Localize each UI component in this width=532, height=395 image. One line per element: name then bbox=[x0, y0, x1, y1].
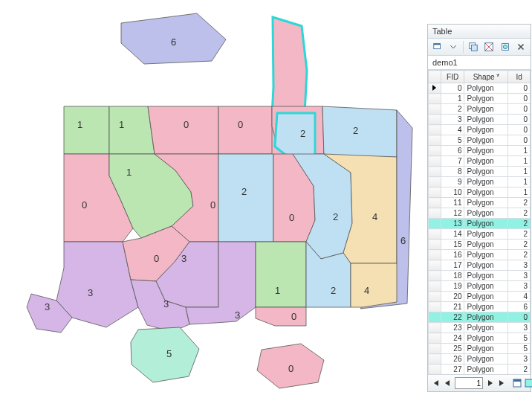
cell-id[interactable]: 0 bbox=[508, 312, 531, 323]
table-row[interactable]: 7Polygon1 bbox=[429, 156, 531, 167]
cell-fid[interactable]: 18 bbox=[441, 271, 464, 281]
cell-fid[interactable]: 21 bbox=[441, 302, 464, 312]
cell-shape[interactable]: Polygon bbox=[464, 167, 508, 177]
row-handle[interactable] bbox=[429, 323, 441, 333]
cell-fid[interactable]: 24 bbox=[441, 333, 464, 344]
table-row[interactable]: 9Polygon1 bbox=[429, 177, 531, 187]
cell-shape[interactable]: Polygon bbox=[464, 229, 508, 240]
cell-shape[interactable]: Polygon bbox=[464, 198, 508, 208]
row-handle[interactable] bbox=[429, 312, 441, 323]
cell-shape[interactable]: Polygon bbox=[464, 177, 508, 187]
cell-shape[interactable]: Polygon bbox=[464, 208, 508, 219]
cell-fid[interactable]: 15 bbox=[441, 240, 464, 250]
cell-id[interactable]: 2 bbox=[508, 208, 531, 219]
cell-fid[interactable]: 22 bbox=[441, 312, 464, 323]
cell-shape[interactable]: Polygon bbox=[464, 94, 508, 104]
row-handle[interactable] bbox=[429, 240, 441, 250]
row-handle[interactable] bbox=[429, 365, 441, 375]
row-handle[interactable] bbox=[429, 115, 441, 125]
cell-id[interactable]: 0 bbox=[508, 125, 531, 135]
cell-id[interactable]: 1 bbox=[508, 146, 531, 156]
cell-shape[interactable]: Polygon bbox=[464, 344, 508, 354]
row-handle[interactable] bbox=[429, 146, 441, 156]
cell-fid[interactable]: 5 bbox=[441, 135, 464, 146]
cell-shape[interactable]: Polygon bbox=[464, 323, 508, 333]
cell-fid[interactable]: 25 bbox=[441, 344, 464, 354]
row-handle[interactable] bbox=[429, 250, 441, 260]
cell-id[interactable]: 3 bbox=[508, 260, 531, 271]
row-handle[interactable] bbox=[429, 198, 441, 208]
cell-shape[interactable]: Polygon bbox=[464, 302, 508, 312]
row-handle[interactable] bbox=[429, 292, 441, 302]
show-all-records-button[interactable] bbox=[513, 378, 522, 388]
select-by-attr-button[interactable] bbox=[466, 39, 481, 54]
row-handle[interactable] bbox=[429, 354, 441, 365]
cell-id[interactable]: 2 bbox=[508, 365, 531, 375]
row-handle[interactable] bbox=[429, 104, 441, 115]
table-row[interactable]: 1Polygon0 bbox=[429, 94, 531, 104]
table-row[interactable]: 5Polygon0 bbox=[429, 135, 531, 146]
cell-shape[interactable]: Polygon bbox=[464, 292, 508, 302]
cell-id[interactable]: 3 bbox=[508, 354, 531, 365]
table-row[interactable]: 3Polygon0 bbox=[429, 115, 531, 125]
row-handle[interactable] bbox=[429, 187, 441, 198]
poly-r2-c4-2[interactable] bbox=[218, 154, 273, 242]
table-row[interactable]: 26Polygon3 bbox=[429, 354, 531, 365]
table-row[interactable]: 6Polygon1 bbox=[429, 146, 531, 156]
row-handle[interactable] bbox=[429, 271, 441, 281]
map-view[interactable]: 6110002201020246303331024350 bbox=[0, 0, 427, 395]
cell-shape[interactable]: Polygon bbox=[464, 219, 508, 229]
table-row[interactable]: 19Polygon3 bbox=[429, 281, 531, 292]
cell-id[interactable]: 1 bbox=[508, 167, 531, 177]
nav-next-button[interactable] bbox=[486, 378, 495, 388]
cell-id[interactable]: 3 bbox=[508, 271, 531, 281]
nav-last-button[interactable] bbox=[498, 378, 507, 388]
row-handle[interactable] bbox=[429, 229, 441, 240]
table-row[interactable]: 11Polygon2 bbox=[429, 198, 531, 208]
row-handle[interactable] bbox=[429, 94, 441, 104]
cell-fid[interactable]: 17 bbox=[441, 260, 464, 271]
poly-r1-c4-0[interactable] bbox=[218, 106, 272, 154]
row-handle[interactable] bbox=[429, 344, 441, 354]
poly-r3-c4b-0[interactable] bbox=[256, 307, 306, 326]
col-handle[interactable] bbox=[429, 71, 441, 83]
row-handle[interactable] bbox=[429, 281, 441, 292]
poly-sel-2[interactable] bbox=[275, 113, 315, 157]
table-row[interactable]: 22Polygon0 bbox=[429, 312, 531, 323]
cell-shape[interactable]: Polygon bbox=[464, 135, 508, 146]
attribute-grid[interactable]: FID Shape * Id 0Polygon01Polygon02Polygo… bbox=[428, 70, 531, 374]
cell-shape[interactable]: Polygon bbox=[464, 333, 508, 344]
close-panel-icon[interactable] bbox=[513, 39, 528, 54]
cell-id[interactable]: 2 bbox=[508, 250, 531, 260]
table-row[interactable]: 24Polygon5 bbox=[429, 333, 531, 344]
related-tables-button[interactable] bbox=[430, 39, 445, 54]
cell-id[interactable]: 5 bbox=[508, 344, 531, 354]
table-row[interactable]: 4Polygon0 bbox=[429, 125, 531, 135]
cell-shape[interactable]: Polygon bbox=[464, 83, 508, 94]
cell-fid[interactable]: 26 bbox=[441, 354, 464, 365]
cell-shape[interactable]: Polygon bbox=[464, 365, 508, 375]
table-row[interactable]: 25Polygon5 bbox=[429, 344, 531, 354]
cell-fid[interactable]: 14 bbox=[441, 229, 464, 240]
cell-shape[interactable]: Polygon bbox=[464, 240, 508, 250]
table-row[interactable]: 13Polygon2 bbox=[429, 219, 531, 229]
cell-fid[interactable]: 10 bbox=[441, 187, 464, 198]
table-row[interactable]: 14Polygon2 bbox=[429, 229, 531, 240]
cell-shape[interactable]: Polygon bbox=[464, 156, 508, 167]
cell-id[interactable]: 2 bbox=[508, 198, 531, 208]
poly-r1-c2-1[interactable] bbox=[109, 106, 155, 154]
poly-r1-c6-2[interactable] bbox=[322, 106, 397, 157]
poly-b-5[interactable] bbox=[131, 327, 199, 382]
col-fid[interactable]: FID bbox=[441, 71, 464, 83]
table-row[interactable]: 0Polygon0 bbox=[429, 83, 531, 94]
cell-id[interactable]: 4 bbox=[508, 292, 531, 302]
table-row[interactable]: 17Polygon3 bbox=[429, 260, 531, 271]
table-row[interactable]: 8Polygon1 bbox=[429, 167, 531, 177]
cell-id[interactable]: 0 bbox=[508, 94, 531, 104]
cell-id[interactable]: 2 bbox=[508, 229, 531, 240]
row-handle[interactable] bbox=[429, 302, 441, 312]
cell-fid[interactable]: 6 bbox=[441, 146, 464, 156]
cell-shape[interactable]: Polygon bbox=[464, 260, 508, 271]
table-row[interactable]: 23Polygon3 bbox=[429, 323, 531, 333]
switch-selection-button[interactable] bbox=[481, 39, 496, 54]
